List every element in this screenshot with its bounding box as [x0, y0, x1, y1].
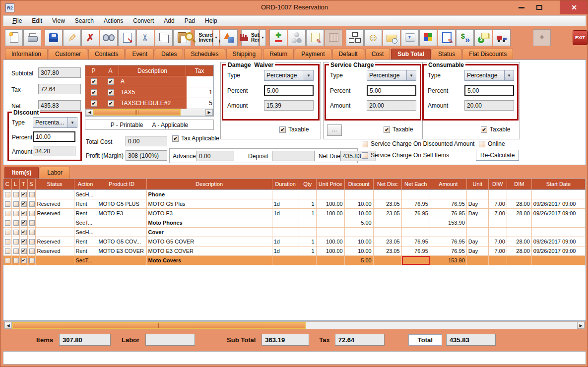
cell-start_date[interactable]: 09/26/2017 09:00 — [531, 237, 585, 246]
table-row[interactable]: ReservedRentMOTO E3 COVERMOTO E3 COVER1d… — [3, 246, 586, 255]
menu-item-view[interactable]: View — [47, 16, 70, 25]
cell-amount[interactable]: 76.95 — [430, 199, 466, 208]
tab-dates[interactable]: Dates — [155, 49, 183, 60]
sub-rent-dropdown-button[interactable]: ▼ — [260, 29, 266, 46]
cell-description[interactable]: Phone — [146, 189, 272, 199]
col-header-diw[interactable]: DIW — [488, 179, 507, 189]
col-header-qty[interactable]: Qty — [299, 179, 316, 189]
maximize-button[interactable] — [532, 0, 547, 14]
cell-dim[interactable]: 28.00 — [507, 199, 531, 208]
row-checkbox-l[interactable] — [13, 239, 19, 245]
hotkey-button[interactable] — [401, 29, 419, 46]
tab-schedules[interactable]: Schedules — [184, 49, 225, 60]
cell-net_each[interactable] — [401, 218, 430, 227]
menu-item-file[interactable]: File — [7, 16, 27, 25]
cell-start_date[interactable]: 09/26/2017 09:00 — [531, 199, 585, 208]
checkbox-icon[interactable]: ✔ — [481, 126, 487, 133]
cell-action[interactable]: Rent — [74, 237, 97, 246]
cell-duration[interactable] — [272, 227, 299, 237]
checkbox-icon[interactable]: ✔ — [91, 89, 97, 96]
scroll-left-icon[interactable]: ◀ — [4, 322, 12, 329]
tab-shipping[interactable]: Shipping — [226, 49, 262, 60]
cell-duration[interactable] — [272, 189, 299, 199]
table-row[interactable]: SecT...Moto Covers5.00153.90 — [3, 255, 586, 265]
scroll-right-icon[interactable]: ▶ — [205, 109, 213, 116]
checkbox-icon[interactable] — [362, 152, 368, 159]
col-header-status[interactable]: Status — [35, 179, 74, 189]
cell-status[interactable] — [35, 227, 74, 237]
cell-diw[interactable] — [488, 189, 507, 199]
cell-description[interactable]: MOTO G5 COVER — [146, 237, 272, 246]
cell-net_disc[interactable]: 23.05 — [373, 246, 401, 255]
export-button[interactable] — [118, 29, 136, 46]
menu-item-add[interactable]: Add — [159, 16, 179, 25]
menu-item-edit[interactable]: Edit — [27, 16, 47, 25]
row-checkbox-t[interactable] — [21, 248, 27, 254]
col-header-action[interactable]: Action — [74, 179, 97, 189]
cell-product_id[interactable] — [97, 218, 146, 227]
cubes-button[interactable] — [419, 29, 437, 46]
cell-discount[interactable] — [344, 227, 373, 237]
inventory-shapes-button[interactable] — [220, 29, 238, 46]
cell-status[interactable] — [35, 218, 74, 227]
checkbox-icon[interactable]: ✔ — [108, 78, 114, 85]
row-checkbox-l[interactable] — [13, 230, 19, 235]
cell-unit_price[interactable] — [316, 218, 344, 227]
cell-dim[interactable] — [507, 189, 531, 199]
cell-duration[interactable]: 1d — [272, 237, 299, 246]
cell-description[interactable]: MOTO E3 — [146, 208, 272, 218]
tax-applicable-checkbox[interactable]: ✔ Tax Applicable — [172, 135, 219, 142]
cell-description[interactable]: Moto Phones — [146, 218, 272, 227]
cell-diw[interactable]: 7.00 — [488, 208, 507, 218]
menu-item-actions[interactable]: Actions — [99, 16, 128, 25]
cell-status[interactable]: Reserved — [35, 208, 74, 218]
table-row[interactable]: ReservedRentMOTO G5 PLUSMOTO G5 Plus1d11… — [3, 199, 586, 208]
tax-value-cell[interactable] — [186, 76, 213, 87]
cell-qty[interactable]: 1 — [299, 246, 316, 255]
cell-unit[interactable] — [466, 218, 488, 227]
find-button[interactable] — [100, 29, 118, 46]
col-header-dim[interactable]: DIM — [507, 179, 531, 189]
cell-unit_price[interactable]: 100.00 — [316, 199, 344, 208]
cell-unit_price[interactable]: 100.00 — [316, 208, 344, 218]
row-checkbox-t[interactable] — [21, 230, 27, 235]
cell-net_disc[interactable]: 23.05 — [373, 208, 401, 218]
cell-duration[interactable]: 1d — [272, 199, 299, 208]
cell-duration[interactable]: 1d — [272, 246, 299, 255]
tab-event[interactable]: Event — [126, 49, 154, 60]
smiley-button[interactable] — [364, 29, 382, 46]
cell-discount[interactable]: 10.00 — [344, 208, 373, 218]
row-checkbox-c[interactable] — [5, 201, 10, 207]
org-chart-button[interactable] — [346, 29, 364, 46]
new-document-button[interactable] — [5, 29, 23, 46]
cell-unit_price[interactable] — [316, 227, 344, 237]
cell-unit[interactable]: Day — [466, 246, 488, 255]
table-row[interactable]: SecT...Moto Phones5.00153.90 — [3, 218, 586, 227]
tab-customer[interactable]: Customer — [49, 49, 87, 60]
col-header-product-id[interactable]: Product ID — [97, 179, 146, 189]
row-checkbox-c[interactable] — [5, 220, 10, 226]
col-header-l[interactable]: L — [11, 179, 19, 189]
cell-duration[interactable] — [272, 255, 299, 265]
cell-duration[interactable] — [272, 218, 299, 227]
cell-dim[interactable]: 28.00 — [507, 237, 531, 246]
cell-qty[interactable]: 1 — [299, 199, 316, 208]
service-charge-taxable-checkbox[interactable]: ✔ Taxable — [384, 126, 413, 133]
cell-product_id[interactable]: MOTO E3 — [97, 208, 146, 218]
cell-product_id[interactable] — [97, 189, 146, 199]
row-checkbox-t[interactable] — [21, 239, 27, 245]
chevron-down-icon[interactable]: ▼ — [504, 70, 514, 80]
tab-information[interactable]: Information — [5, 49, 48, 60]
cell-qty[interactable] — [299, 189, 316, 199]
tab-cost[interactable]: Cost — [365, 49, 391, 60]
row-checkbox-c[interactable] — [5, 248, 10, 254]
cell-product_id[interactable] — [97, 227, 146, 237]
cell-action[interactable]: Rent — [74, 199, 97, 208]
cell-diw[interactable]: 7.00 — [488, 246, 507, 255]
consumable-taxable-checkbox[interactable]: ✔ Taxable — [481, 126, 510, 133]
cell-diw[interactable] — [488, 227, 507, 237]
cell-action[interactable]: Rent — [74, 246, 97, 255]
cell-unit[interactable] — [466, 255, 488, 265]
row-checkbox-t[interactable] — [21, 211, 27, 216]
table-row[interactable]: SecH...Phone — [3, 189, 586, 199]
